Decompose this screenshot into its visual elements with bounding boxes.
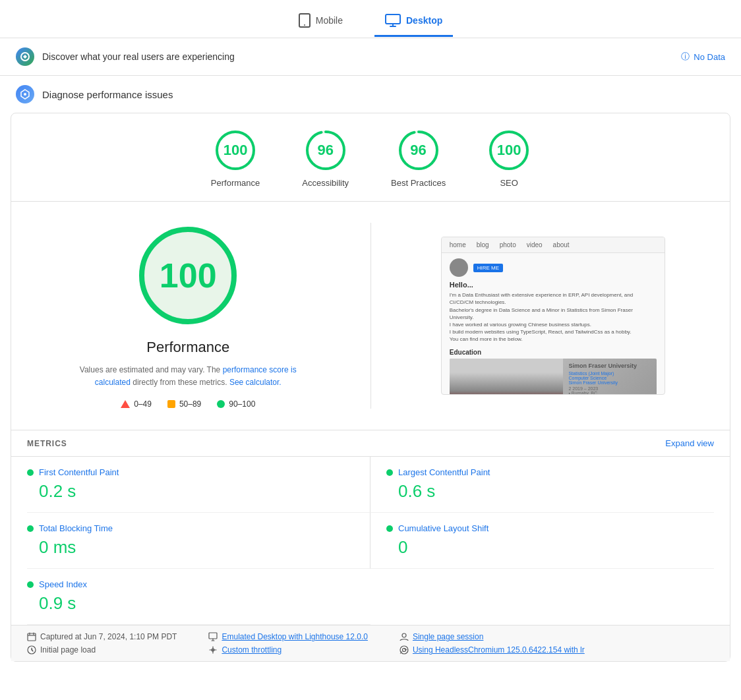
screenshot-bio: I'm a Data Enthusiast with extensive exp… xyxy=(450,291,657,343)
score-number-best-practices: 96 xyxy=(410,142,426,159)
metric-tbt-dot xyxy=(27,525,34,532)
no-data-button[interactable]: ⓘ No Data xyxy=(681,51,725,63)
score-number-performance: 100 xyxy=(223,142,248,159)
metric-lcp-value: 0.6 s xyxy=(386,481,714,502)
screenshot-cta-btn: HIRE ME xyxy=(473,264,503,272)
tab-desktop[interactable]: Desktop xyxy=(374,9,453,37)
screenshot-nav: home blog photo video about xyxy=(442,237,665,253)
footer-chromium: Using HeadlessChromium 125.0.6422.154 wi… xyxy=(400,645,585,655)
screenshot-edu-details: Simon Fraser University Statistics (Join… xyxy=(563,359,642,395)
metric-tbt-value: 0 ms xyxy=(27,537,354,558)
metric-tbt: Total Blocking Time 0 ms xyxy=(27,513,370,569)
footer-bar: Captured at Jun 7, 2024, 1:10 PM PDT Ini… xyxy=(11,625,730,661)
footer-col-3: Single page session Using HeadlessChromi… xyxy=(400,632,585,655)
screenshot-sfu-photo: SFU xyxy=(450,359,564,395)
footer-captured: Captured at Jun 7, 2024, 1:10 PM PDT xyxy=(27,632,177,641)
main-card: 100 Performance 96 Accessibility 96 xyxy=(11,113,730,662)
expand-view-button[interactable]: Expand view xyxy=(665,438,714,448)
tab-desktop-label: Desktop xyxy=(406,15,442,26)
score-circle-accessibility: 96 xyxy=(305,129,347,171)
screenshot-edu-header: Education xyxy=(450,349,657,356)
score-label-accessibility: Accessibility xyxy=(302,178,349,188)
perf-left: 100 Performance Values are estimated and… xyxy=(27,223,349,409)
lighthouse-svg xyxy=(20,89,30,100)
perf-note-text1: Values are estimated and may vary. The xyxy=(80,365,220,374)
metric-si: Speed Index 0.9 s xyxy=(27,569,370,625)
score-number-accessibility: 96 xyxy=(317,142,333,159)
svg-point-19 xyxy=(402,633,406,637)
banner-text: Discover what your real users are experi… xyxy=(42,51,235,62)
score-accessibility[interactable]: 96 Accessibility xyxy=(302,129,349,188)
perf-title: Performance xyxy=(146,339,229,356)
footer-throttle-text[interactable]: Custom throttling xyxy=(222,645,282,655)
metric-fcp-value: 0.2 s xyxy=(27,481,354,502)
tab-mobile-label: Mobile xyxy=(316,15,343,26)
crux-banner: Discover what your real users are experi… xyxy=(0,38,741,76)
footer-captured-text: Captured at Jun 7, 2024, 1:10 PM PDT xyxy=(40,632,177,641)
score-label-best-practices: Best Practices xyxy=(391,178,446,188)
diagnose-title: Diagnose performance issues xyxy=(42,89,173,100)
metrics-label: METRICS xyxy=(27,439,67,448)
svg-point-1 xyxy=(304,24,305,26)
screenshot-hello: Hello... xyxy=(450,281,657,289)
metric-lcp-title[interactable]: Largest Contentful Paint xyxy=(386,467,714,477)
screenshot-frame: home blog photo video about HIRE ME Hell… xyxy=(441,237,665,395)
footer-col-1: Captured at Jun 7, 2024, 1:10 PM PDT Ini… xyxy=(27,632,177,655)
perf-note: Values are estimated and may vary. The p… xyxy=(69,364,307,389)
crux-icon xyxy=(16,47,34,66)
mobile-icon xyxy=(299,13,311,28)
chromium-icon xyxy=(400,645,409,655)
footer-col-2: Emulated Desktop with Lighthouse 12.0.0 … xyxy=(208,632,367,655)
metric-cls-value: 0 xyxy=(386,537,714,558)
fail-range: 0–49 xyxy=(134,399,152,409)
monitor-icon xyxy=(208,632,218,641)
clock-icon xyxy=(27,645,36,655)
score-performance[interactable]: 100 Performance xyxy=(211,129,260,188)
metric-si-value: 0.9 s xyxy=(27,593,355,614)
score-seo[interactable]: 100 SEO xyxy=(488,129,530,188)
svg-rect-2 xyxy=(386,15,400,24)
footer-session: Single page session xyxy=(400,632,585,641)
diagnose-header: Diagnose performance issues xyxy=(0,76,741,113)
vertical-divider xyxy=(370,223,371,409)
average-range: 50–89 xyxy=(179,399,201,409)
metric-lcp-label: Largest Contentful Paint xyxy=(398,467,490,477)
desktop-icon xyxy=(385,14,401,27)
metrics-grid: First Contentful Paint 0.2 s Largest Con… xyxy=(11,456,730,625)
metric-fcp-title[interactable]: First Contentful Paint xyxy=(27,467,354,477)
footer-lighthouse-text[interactable]: Emulated Desktop with Lighthouse 12.0.0 xyxy=(222,632,367,641)
footer-initial-load: Initial page load xyxy=(27,645,177,655)
score-circle-seo: 100 xyxy=(488,129,530,171)
footer-throttle: Custom throttling xyxy=(208,645,367,655)
footer-session-text[interactable]: Single page session xyxy=(413,632,483,641)
metric-cls-title[interactable]: Cumulative Layout Shift xyxy=(386,523,714,533)
perf-area: 100 Performance Values are estimated and… xyxy=(11,202,730,430)
svg-rect-17 xyxy=(209,633,217,639)
big-score-circle: 100 xyxy=(135,223,241,328)
user-icon xyxy=(400,632,409,641)
legend: 0–49 50–89 90–100 xyxy=(121,399,255,409)
metric-cls: Cumulative Layout Shift 0 xyxy=(370,513,714,569)
metric-fcp-label: First Contentful Paint xyxy=(39,467,119,477)
screenshot-edu-image: SFU Simon Fraser University Statistics (… xyxy=(450,359,657,395)
tab-mobile[interactable]: Mobile xyxy=(288,8,353,38)
score-number-seo: 100 xyxy=(497,142,521,159)
svg-point-4 xyxy=(24,93,26,96)
metric-tbt-title[interactable]: Total Blocking Time xyxy=(27,523,354,533)
fail-icon xyxy=(121,400,130,408)
legend-average: 50–89 xyxy=(167,399,201,409)
info-icon: ⓘ xyxy=(681,51,690,63)
see-calculator-link[interactable]: See calculator. xyxy=(229,378,282,387)
no-data-label: No Data xyxy=(694,52,725,62)
footer-lighthouse: Emulated Desktop with Lighthouse 12.0.0 xyxy=(208,632,367,641)
score-best-practices[interactable]: 96 Best Practices xyxy=(391,129,446,188)
metric-si-label: Speed Index xyxy=(39,579,87,589)
score-circle-performance: 100 xyxy=(214,129,256,171)
perf-note-text3: directly from these metrics. xyxy=(133,378,229,387)
legend-pass: 90–100 xyxy=(217,399,255,409)
metric-si-dot xyxy=(27,581,34,588)
lighthouse-icon xyxy=(16,85,34,103)
metric-si-title[interactable]: Speed Index xyxy=(27,579,355,589)
svg-rect-15 xyxy=(28,633,36,641)
footer-chromium-text[interactable]: Using HeadlessChromium 125.0.6422.154 wi… xyxy=(413,645,585,655)
